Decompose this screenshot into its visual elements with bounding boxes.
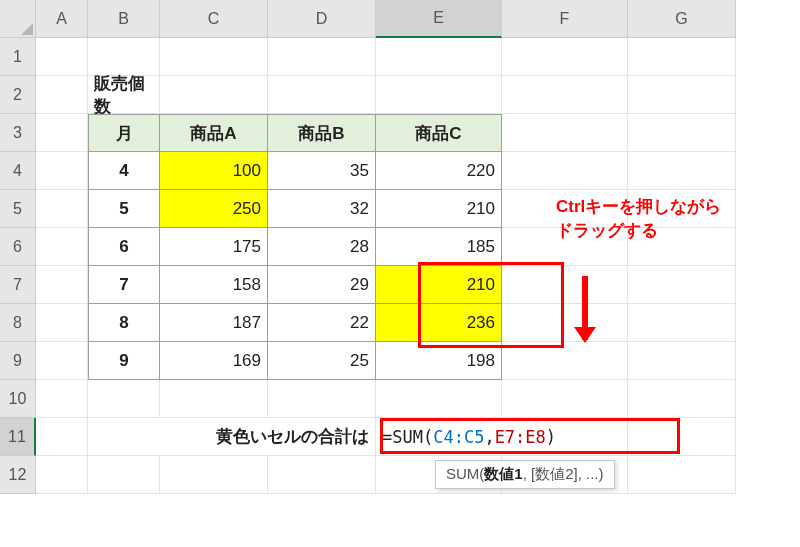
cell-G3[interactable] (628, 114, 736, 152)
cell-F2[interactable] (502, 76, 628, 114)
annotation-text: Ctrlキーを押しながら ドラッグする (556, 195, 721, 243)
cell-B8[interactable]: 8 (88, 304, 160, 342)
cell-A8[interactable] (36, 304, 88, 342)
cell-C1[interactable] (160, 38, 268, 76)
cell-A5[interactable] (36, 190, 88, 228)
cell-G11[interactable] (628, 418, 736, 456)
cell-A3[interactable] (36, 114, 88, 152)
cell-D4[interactable]: 35 (268, 152, 376, 190)
cell-B5[interactable]: 5 (88, 190, 160, 228)
cell-B9[interactable]: 9 (88, 342, 160, 380)
cell-C7[interactable]: 158 (160, 266, 268, 304)
cell-C8[interactable]: 187 (160, 304, 268, 342)
cell-D10[interactable] (268, 380, 376, 418)
annotation-line1: Ctrlキーを押しながら (556, 197, 721, 216)
cell-B2-title[interactable]: 販売個数 (88, 76, 160, 114)
cell-F1[interactable] (502, 38, 628, 76)
col-header-D[interactable]: D (268, 0, 376, 38)
cell-D9[interactable]: 25 (268, 342, 376, 380)
row-header-8[interactable]: 8 (0, 304, 36, 342)
cell-G2[interactable] (628, 76, 736, 114)
cell-E10[interactable] (376, 380, 502, 418)
cell-F10[interactable] (502, 380, 628, 418)
select-all-corner[interactable] (0, 0, 36, 38)
row-header-9[interactable]: 9 (0, 342, 36, 380)
cell-F3[interactable] (502, 114, 628, 152)
cell-E11-formula[interactable]: =SUM(C4:C5,E7:E8) (376, 418, 628, 456)
cell-E8[interactable]: 236 (376, 304, 502, 342)
cell-D2[interactable] (268, 76, 376, 114)
row-header-5[interactable]: 5 (0, 190, 36, 228)
cell-E1[interactable] (376, 38, 502, 76)
cell-F8[interactable] (502, 304, 628, 342)
cell-C6[interactable]: 175 (160, 228, 268, 266)
cell-E4[interactable]: 220 (376, 152, 502, 190)
table-header-b[interactable]: 商品B (268, 114, 376, 152)
cell-G12[interactable] (628, 456, 736, 494)
formula-arg2: E7:E8 (495, 427, 546, 447)
cell-A6[interactable] (36, 228, 88, 266)
col-header-A[interactable]: A (36, 0, 88, 38)
col-header-E[interactable]: E (376, 0, 502, 38)
col-header-F[interactable]: F (502, 0, 628, 38)
cell-E9[interactable]: 198 (376, 342, 502, 380)
table-header-c[interactable]: 商品C (376, 114, 502, 152)
cell-E5[interactable]: 210 (376, 190, 502, 228)
cell-C4[interactable]: 100 (160, 152, 268, 190)
col-header-G[interactable]: G (628, 0, 736, 38)
cell-G10[interactable] (628, 380, 736, 418)
cell-E2[interactable] (376, 76, 502, 114)
cell-G4[interactable] (628, 152, 736, 190)
cell-A2[interactable] (36, 76, 88, 114)
cell-B6[interactable]: 6 (88, 228, 160, 266)
row-header-10[interactable]: 10 (0, 380, 36, 418)
row-header-1[interactable]: 1 (0, 38, 36, 76)
cell-E7[interactable]: 210 (376, 266, 502, 304)
row-header-3[interactable]: 3 (0, 114, 36, 152)
row-header-6[interactable]: 6 (0, 228, 36, 266)
row-header-12[interactable]: 12 (0, 456, 36, 494)
cell-A9[interactable] (36, 342, 88, 380)
cell-C9[interactable]: 169 (160, 342, 268, 380)
cell-A4[interactable] (36, 152, 88, 190)
formula-post: ) (546, 427, 556, 447)
row-header-4[interactable]: 4 (0, 152, 36, 190)
cell-D8[interactable]: 22 (268, 304, 376, 342)
cell-C12[interactable] (160, 456, 268, 494)
cell-B11-label[interactable]: 黄色いセルの合計は (88, 418, 376, 456)
cell-B1[interactable] (88, 38, 160, 76)
cell-B4[interactable]: 4 (88, 152, 160, 190)
row-header-11[interactable]: 11 (0, 418, 36, 456)
cell-B7[interactable]: 7 (88, 266, 160, 304)
cell-F7[interactable] (502, 266, 628, 304)
cell-D6[interactable]: 28 (268, 228, 376, 266)
cell-F4[interactable] (502, 152, 628, 190)
cell-G7[interactable] (628, 266, 736, 304)
col-header-B[interactable]: B (88, 0, 160, 38)
cell-A1[interactable] (36, 38, 88, 76)
table-header-a[interactable]: 商品A (160, 114, 268, 152)
cell-A7[interactable] (36, 266, 88, 304)
cell-G9[interactable] (628, 342, 736, 380)
cell-G1[interactable] (628, 38, 736, 76)
cell-B10[interactable] (88, 380, 160, 418)
cell-A10[interactable] (36, 380, 88, 418)
cell-C2[interactable] (160, 76, 268, 114)
row-header-7[interactable]: 7 (0, 266, 36, 304)
cell-F9[interactable] (502, 342, 628, 380)
cell-D7[interactable]: 29 (268, 266, 376, 304)
cell-E6[interactable]: 185 (376, 228, 502, 266)
cell-C10[interactable] (160, 380, 268, 418)
cell-D12[interactable] (268, 456, 376, 494)
cell-G8[interactable] (628, 304, 736, 342)
cell-B12[interactable] (88, 456, 160, 494)
cell-C5[interactable]: 250 (160, 190, 268, 228)
spreadsheet-grid[interactable]: A B C D E F G 1 2 販売個数 3 月 商品A 商品B 商品C 4… (0, 0, 800, 494)
table-header-month[interactable]: 月 (88, 114, 160, 152)
col-header-C[interactable]: C (160, 0, 268, 38)
cell-D5[interactable]: 32 (268, 190, 376, 228)
row-header-2[interactable]: 2 (0, 76, 36, 114)
cell-A12[interactable] (36, 456, 88, 494)
cell-D1[interactable] (268, 38, 376, 76)
cell-A11[interactable] (36, 418, 88, 456)
